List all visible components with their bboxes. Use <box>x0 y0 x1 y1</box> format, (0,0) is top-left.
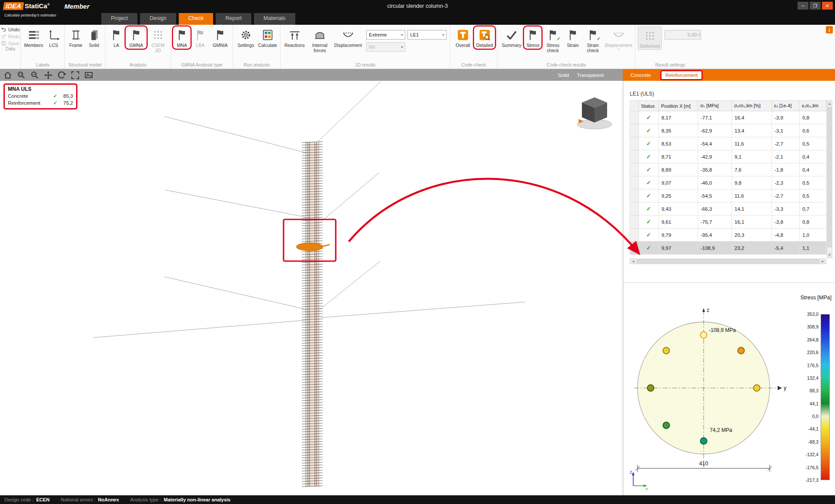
status-analysis-type: Analysis type :Materially non-linear ana… <box>130 497 230 502</box>
scroll-down-icon[interactable]: ▼ <box>827 252 832 258</box>
lba-button[interactable]: LBA <box>191 27 209 49</box>
table-row[interactable]: ✓9,43-66,314,1-3,30,7 <box>630 202 827 216</box>
cell-position: 8,35 <box>659 124 698 137</box>
table-row[interactable]: ✓9,25-54,511,6-2,70,5 <box>630 189 827 202</box>
extreme-dropdown[interactable]: Extreme▾ <box>366 30 405 40</box>
rebar-left <box>648 385 654 391</box>
zoom-window-button[interactable] <box>17 71 26 80</box>
scroll-up-icon[interactable]: ▲ <box>827 101 832 106</box>
members-button[interactable]: Members <box>23 27 44 49</box>
check-icon: ✓ <box>53 100 57 106</box>
header-eps[interactable]: εₛ [1e-4] <box>772 101 800 111</box>
table-row[interactable]: ✓9,61-75,716,1-3,80,8 <box>630 216 827 229</box>
maximize-button[interactable]: ❐ <box>810 2 821 10</box>
strain-check-button[interactable]: ✓Strain check <box>582 27 603 54</box>
gmnia-button[interactable]: GMNIA <box>210 27 230 49</box>
cross-section-view: z y -108,9 MPa 74,2 MPa 410 Z Y <box>623 285 814 495</box>
transparent-toggle[interactable]: Transparent <box>577 73 604 78</box>
stress-button[interactable]: Stress <box>524 27 541 49</box>
calculate-button[interactable]: Calculate <box>257 27 278 49</box>
y-axis-arrow-icon <box>778 386 782 390</box>
settings-button[interactable]: Settings <box>235 27 256 49</box>
cell-eps_ratio: 0,4 <box>800 163 827 176</box>
solid-toggle[interactable]: Solid <box>558 73 569 78</box>
info-icon: i <box>828 27 830 33</box>
info-button[interactable]: i <box>826 26 833 33</box>
table-row[interactable]: ✓8,89-35,87,6-1,80,4 <box>630 163 827 176</box>
home-view-button[interactable] <box>3 71 12 80</box>
table-row[interactable]: ✓9,07-46,09,8-2,30,5 <box>630 176 827 189</box>
detailed-check-icon <box>478 29 491 41</box>
header-indicator <box>630 101 639 111</box>
status-check-icon: ✓ <box>639 150 659 163</box>
fit-view-button[interactable] <box>71 71 80 80</box>
minimize-button[interactable]: ─ <box>798 2 808 10</box>
scale-spinner[interactable]: 5,00▴▾ <box>665 30 701 40</box>
strain-button[interactable]: Strain <box>564 27 581 49</box>
csfm-3d-button[interactable]: CSFM 3D <box>147 27 168 54</box>
displacement-button[interactable]: Displacement <box>333 27 363 49</box>
frame-button[interactable]: Frame <box>67 27 84 49</box>
tab-concrete[interactable]: Concrete <box>629 71 653 79</box>
lcs-button[interactable]: LCS <box>45 27 62 49</box>
table-row[interactable]: ✓8,53-54,411,6-2,70,5 <box>630 137 827 150</box>
table-horizontal-scrollbar[interactable]: ◄ ► <box>630 259 826 264</box>
scroll-left-icon[interactable]: ◄ <box>630 259 636 264</box>
my-dropdown[interactable]: My▾ <box>366 42 405 52</box>
deformed-button[interactable]: Deformed <box>638 27 662 50</box>
table-row[interactable]: ✓8,71-42,99,1-2,10,4 <box>630 150 827 163</box>
table-row[interactable]: ✓9,97-108,923,2-5,41,1 <box>630 242 827 255</box>
redo-button[interactable]: Redo <box>1 33 20 39</box>
scrollbar-thumb[interactable] <box>828 107 832 247</box>
table-vertical-scrollbar[interactable]: ▲ ▼ <box>827 100 832 258</box>
tab-report[interactable]: Report <box>216 13 251 25</box>
zoom-button[interactable] <box>30 71 39 80</box>
close-button[interactable]: ✕ <box>822 2 833 10</box>
undo-button[interactable]: Undo <box>1 27 20 32</box>
tab-check[interactable]: Check <box>179 13 213 25</box>
reactions-button[interactable]: Reactions <box>283 27 306 49</box>
table-row[interactable]: ✓9,79-95,420,3-4,81,0 <box>630 229 827 242</box>
rotate-view-button[interactable] <box>57 71 66 80</box>
overlay-title: MNA ULS <box>8 86 73 92</box>
tab-materials[interactable]: Materials <box>254 13 295 25</box>
snapshot-button[interactable] <box>84 71 93 80</box>
summary-button[interactable]: Summary <box>500 27 523 49</box>
pan-button[interactable] <box>44 71 53 80</box>
lba-flag-icon <box>194 29 207 41</box>
undo-icon <box>1 27 7 32</box>
scrollbar-thumb[interactable] <box>637 259 819 263</box>
tab-design[interactable]: Design <box>140 13 176 25</box>
la-button[interactable]: LA <box>107 27 125 49</box>
solid-button[interactable]: Solid <box>85 27 103 49</box>
loadcase-dropdown[interactable]: LE1▾ <box>407 30 447 40</box>
detailed-button[interactable]: Detailed <box>474 27 495 49</box>
header-sigma[interactable]: σₛ [MPa] <box>698 101 732 111</box>
displacement-results-button[interactable]: Displacement▾ <box>604 27 633 52</box>
status-check-icon: ✓ <box>639 176 659 189</box>
overall-button[interactable]: Overall <box>452 27 473 49</box>
legend-value: 176,5 <box>807 363 818 368</box>
header-eps-ratio[interactable]: εₛ/εₛ,lim <box>800 101 827 111</box>
group-label-data: Data <box>0 46 20 53</box>
navigation-cube[interactable] <box>577 97 612 129</box>
row-indicator <box>630 216 639 229</box>
scroll-right-icon[interactable]: ► <box>820 259 826 264</box>
3d-viewport[interactable] <box>0 81 623 495</box>
tab-project[interactable]: Project <box>101 13 137 25</box>
cell-eps_ratio: 0,5 <box>800 189 827 202</box>
stress-check-button[interactable]: ✓Stress check <box>542 27 563 54</box>
header-position[interactable]: Position X [m] <box>659 101 698 111</box>
overlay-row-reinforcement: Reinforcement ✓ 75,2 <box>8 100 73 106</box>
mna-button[interactable]: MNA <box>173 27 190 49</box>
save-button[interactable]: Save <box>1 40 20 46</box>
tab-reinforcement[interactable]: Reinforcement <box>661 71 702 79</box>
header-sigma-ratio[interactable]: σₛ/σₛ,lim [%] <box>732 101 772 111</box>
results-table-body: ✓8,17-77,116,4-3,90,8✓8,35-62,913,4-3,10… <box>630 111 827 255</box>
gmna-button[interactable]: GMNA <box>126 27 147 49</box>
status-check-icon: ✓ <box>639 229 659 242</box>
internal-forces-button[interactable]: Internal forces <box>307 27 332 54</box>
table-row[interactable]: ✓8,35-62,913,4-3,10,6 <box>630 124 827 137</box>
table-row[interactable]: ✓8,17-77,116,4-3,90,8 <box>630 111 827 124</box>
header-status[interactable]: Status <box>639 101 659 111</box>
